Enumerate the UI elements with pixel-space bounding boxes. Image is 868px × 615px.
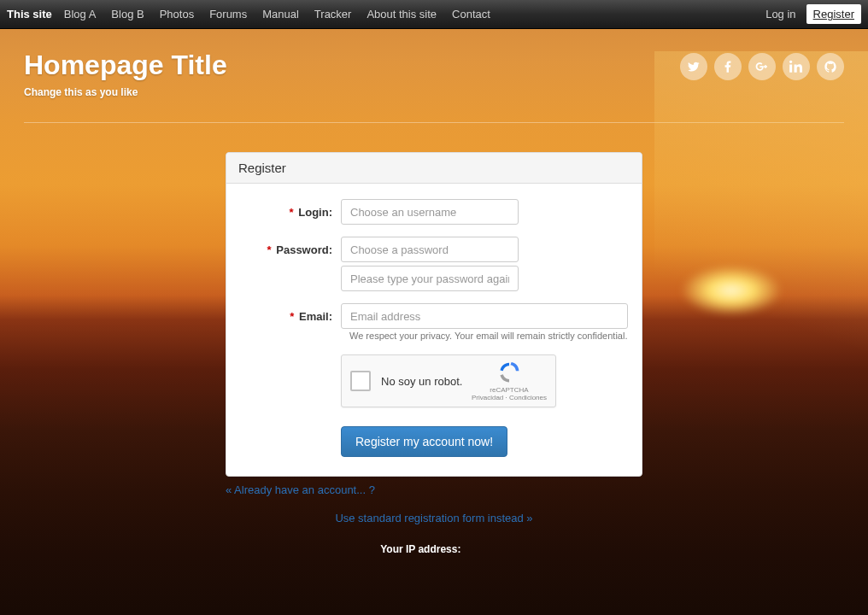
nav-item-photos[interactable]: Photos [160, 8, 194, 20]
email-label: * Email: [240, 310, 341, 323]
email-input[interactable] [341, 303, 628, 329]
nav-item-manual[interactable]: Manual [262, 8, 299, 20]
register-card: Register * Login: * Password: * Email: W… [226, 152, 642, 477]
github-icon[interactable] [817, 53, 844, 80]
recaptcha-icon [497, 360, 521, 384]
register-button[interactable]: Register [806, 4, 861, 24]
recaptcha-checkbox[interactable] [350, 371, 371, 391]
nav-item-contact[interactable]: Contact [452, 8, 490, 20]
password-label: * Password: [240, 243, 341, 256]
recaptcha-brand: reCAPTCHA Privacidad · Condiciones [472, 360, 547, 401]
nav-item-forums[interactable]: Forums [209, 8, 247, 20]
password-confirm-input[interactable] [341, 266, 519, 291]
page-title: Homepage Title [24, 50, 680, 81]
top-nav: This site Blog A Blog B Photos Forums Ma… [0, 0, 868, 29]
login-input[interactable] [341, 199, 519, 225]
twitter-icon[interactable] [680, 53, 707, 80]
already-have-account-link[interactable]: « Already have an account... ? [226, 483, 642, 496]
header-divider [24, 122, 844, 123]
email-help-text: We respect your privacy. Your email will… [349, 331, 628, 341]
card-title: Register [226, 153, 642, 184]
ip-label: Your IP address: [380, 543, 460, 555]
password-input[interactable] [341, 237, 519, 262]
nav-item-blog-b[interactable]: Blog B [111, 8, 144, 20]
googleplus-icon[interactable] [748, 53, 776, 80]
nav-item-tracker[interactable]: Tracker [314, 8, 352, 20]
social-icons [680, 53, 844, 80]
nav-brand[interactable]: This site [7, 8, 52, 20]
recaptcha-label: No soy un robot. [381, 375, 472, 388]
nav-item-about[interactable]: About this site [367, 8, 437, 20]
linkedin-icon[interactable] [783, 53, 810, 80]
login-label: * Login: [240, 206, 341, 219]
submit-button[interactable]: Register my account now! [341, 426, 507, 457]
page-tagline: Change this as you like [24, 86, 680, 98]
standard-form-link[interactable]: Use standard registration form instead » [226, 512, 642, 524]
login-link[interactable]: Log in [765, 8, 795, 20]
ip-address-line: Your IP address: [0, 543, 868, 555]
facebook-icon[interactable] [714, 53, 742, 80]
nav-item-blog-a[interactable]: Blog A [64, 8, 97, 20]
recaptcha-widget: No soy un robot. reCAPTCHA Privacidad · … [341, 354, 556, 407]
